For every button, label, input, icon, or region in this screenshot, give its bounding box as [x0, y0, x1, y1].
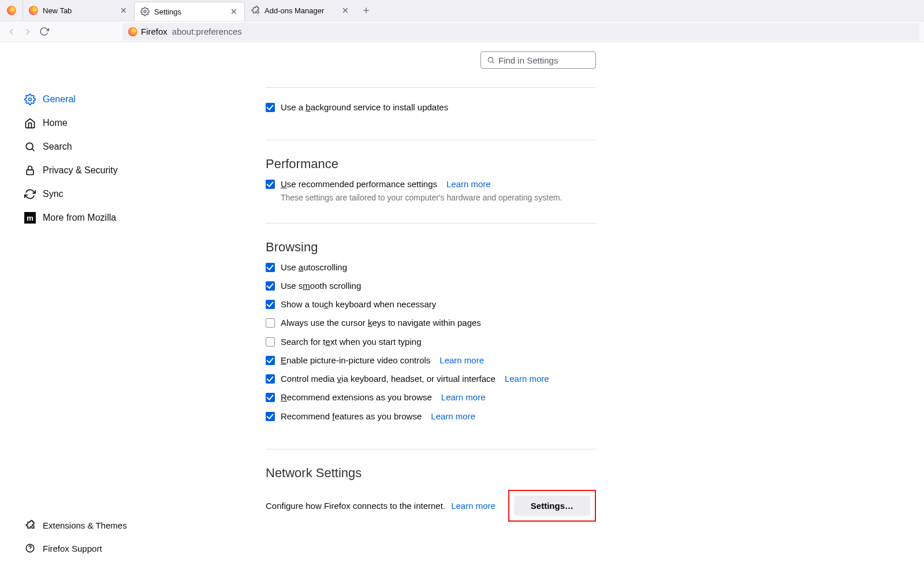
checkbox-icon: [266, 337, 275, 347]
tab-settings[interactable]: Settings ✕: [134, 2, 245, 21]
svg-point-11: [488, 57, 493, 62]
checkbox-label: Recommend extensions as you browse: [281, 392, 432, 403]
checkbox-icon: [266, 281, 275, 291]
perf-subtext: These settings are tailored to your comp…: [266, 193, 596, 202]
sidebar-item-label: Search: [43, 142, 72, 152]
network-desc: Configure how Firefox connects to the in…: [266, 501, 495, 511]
sidebar-item-label: Extensions & Themes: [43, 520, 127, 530]
close-tab-icon[interactable]: ✕: [229, 7, 239, 16]
close-tab-icon[interactable]: ✕: [119, 6, 128, 15]
checkbox-search-typing[interactable]: Search for text when you start typing: [266, 333, 596, 351]
reload-button[interactable]: [37, 23, 51, 40]
checkbox-label: Use smooth scrolling: [281, 280, 361, 292]
checkbox-icon: [266, 300, 275, 309]
close-tab-icon[interactable]: ✕: [341, 6, 350, 15]
checkbox-icon: [266, 393, 275, 402]
checkbox-icon: [266, 356, 275, 365]
gear-icon: [140, 7, 150, 16]
sidebar-item-privacy[interactable]: Privacy & Security: [21, 158, 127, 182]
firefox-favicon-icon: [29, 6, 38, 15]
learn-more-link[interactable]: Learn more: [431, 411, 475, 422]
find-placeholder: Find in Settings: [498, 55, 558, 65]
app-menu-icon[interactable]: [0, 0, 23, 21]
learn-more-link[interactable]: Learn more: [451, 501, 495, 511]
identity-box[interactable]: Firefox: [128, 27, 167, 36]
checkbox-label: Control media via keyboard, headset, or …: [281, 373, 495, 385]
checkbox-icon: [266, 180, 275, 189]
section-title-browsing: Browsing: [266, 240, 596, 255]
svg-rect-6: [27, 170, 33, 174]
checkbox-autoscroll[interactable]: Use autoscrolling: [266, 258, 596, 277]
sidebar-footer: Extensions & Themes Firefox Support: [21, 516, 131, 557]
checkbox-perf-recommended[interactable]: Use recommended performance settings Lea…: [266, 175, 596, 194]
url-text: about:preferences: [172, 27, 242, 36]
sidebar-item-label: Sync: [43, 189, 64, 199]
tab-title: Add-ons Manager: [264, 6, 336, 15]
checkbox-smooth-scroll[interactable]: Use smooth scrolling: [266, 277, 596, 295]
url-bar[interactable]: Firefox about:preferences: [122, 23, 919, 40]
search-icon: [24, 141, 36, 153]
checkbox-label: Show a touch keyboard when necessary: [281, 299, 436, 310]
back-button[interactable]: [5, 23, 18, 40]
checkbox-recommend-feat[interactable]: Recommend features as you browse Learn m…: [266, 407, 596, 426]
learn-more-link[interactable]: Learn more: [505, 373, 549, 385]
sidebar-item-label: General: [43, 94, 76, 105]
search-icon: [487, 56, 495, 64]
sidebar-item-label: More from Mozilla: [43, 213, 116, 223]
sidebar-item-search[interactable]: Search: [21, 135, 127, 158]
sidebar-item-general[interactable]: General: [21, 87, 127, 111]
sidebar-item-support[interactable]: Firefox Support: [21, 539, 131, 557]
checkbox-icon: [266, 374, 275, 384]
checkbox-label: Search for text when you start typing: [281, 336, 421, 348]
highlighted-settings-button: Settings…: [508, 490, 596, 522]
settings-main: Find in Settings Use a background servic…: [133, 42, 924, 569]
checkbox-media-keys[interactable]: Control media via keyboard, headset, or …: [266, 370, 596, 388]
checkbox-label: Use a background service to install upda…: [281, 102, 448, 113]
forward-button[interactable]: [21, 23, 35, 40]
content-area: General Home Search Privacy & Security: [0, 42, 924, 569]
firefox-logo-icon: [128, 27, 137, 36]
learn-more-link[interactable]: Learn more: [446, 178, 491, 190]
sidebar-item-sync[interactable]: Sync: [21, 182, 127, 206]
checkbox-icon: [266, 318, 275, 328]
sync-icon: [24, 188, 36, 200]
network-settings-button[interactable]: Settings…: [514, 496, 590, 516]
mozilla-icon: m: [24, 212, 36, 224]
tab-new-tab[interactable]: New Tab ✕: [23, 0, 134, 21]
checkbox-label: Always use the cursor keys to navigate w…: [281, 317, 481, 329]
firefox-logo-icon: [7, 6, 16, 15]
sidebar-item-label: Firefox Support: [43, 544, 102, 553]
checkbox-icon: [266, 263, 275, 272]
checkbox-icon: [266, 103, 275, 112]
checkbox-label: Use recommended performance settings: [281, 178, 437, 190]
sidebar-item-home[interactable]: Home: [21, 111, 127, 135]
puzzle-icon: [24, 519, 36, 531]
svg-line-5: [32, 148, 35, 151]
puzzle-icon: [251, 6, 260, 15]
nav-toolbar: Firefox about:preferences: [0, 21, 924, 42]
find-in-settings[interactable]: Find in Settings: [480, 51, 596, 69]
checkbox-touch-keyboard[interactable]: Show a touch keyboard when necessary: [266, 295, 596, 314]
svg-point-3: [29, 98, 32, 101]
svg-point-0: [144, 10, 146, 13]
sidebar-item-extensions[interactable]: Extensions & Themes: [21, 516, 131, 534]
checkbox-bg-service[interactable]: Use a background service to install upda…: [266, 98, 596, 117]
nav-list: General Home Search Privacy & Security: [21, 87, 127, 229]
section-title-performance: Performance: [266, 157, 596, 172]
checkbox-pip[interactable]: Enable picture-in-picture video controls…: [266, 351, 596, 370]
help-icon: [24, 542, 36, 554]
new-tab-button[interactable]: [356, 0, 377, 21]
identity-label: Firefox: [141, 27, 167, 36]
learn-more-link[interactable]: Learn more: [439, 355, 484, 366]
sidebar-item-more-mozilla[interactable]: m More from Mozilla: [21, 206, 127, 229]
tab-addons[interactable]: Add-ons Manager ✕: [245, 0, 356, 21]
section-title-network: Network Settings: [266, 466, 596, 481]
home-icon: [24, 117, 36, 129]
svg-line-12: [493, 62, 494, 64]
checkbox-cursor-keys[interactable]: Always use the cursor keys to navigate w…: [266, 314, 596, 332]
lock-icon: [24, 165, 36, 176]
settings-sidebar: General Home Search Privacy & Security: [0, 42, 133, 569]
svg-text:m: m: [27, 214, 33, 222]
learn-more-link[interactable]: Learn more: [441, 392, 486, 403]
checkbox-recommend-ext[interactable]: Recommend extensions as you browse Learn…: [266, 388, 596, 407]
